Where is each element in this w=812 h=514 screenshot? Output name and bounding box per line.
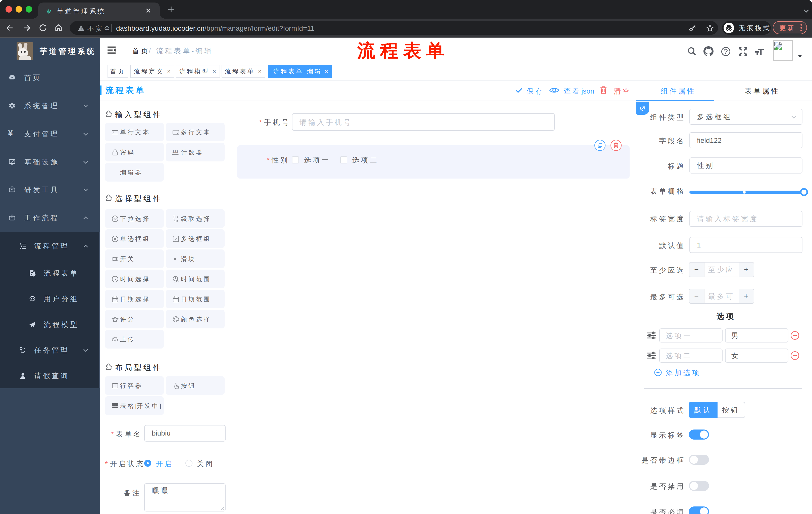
- svg-text:123: 123: [172, 150, 178, 154]
